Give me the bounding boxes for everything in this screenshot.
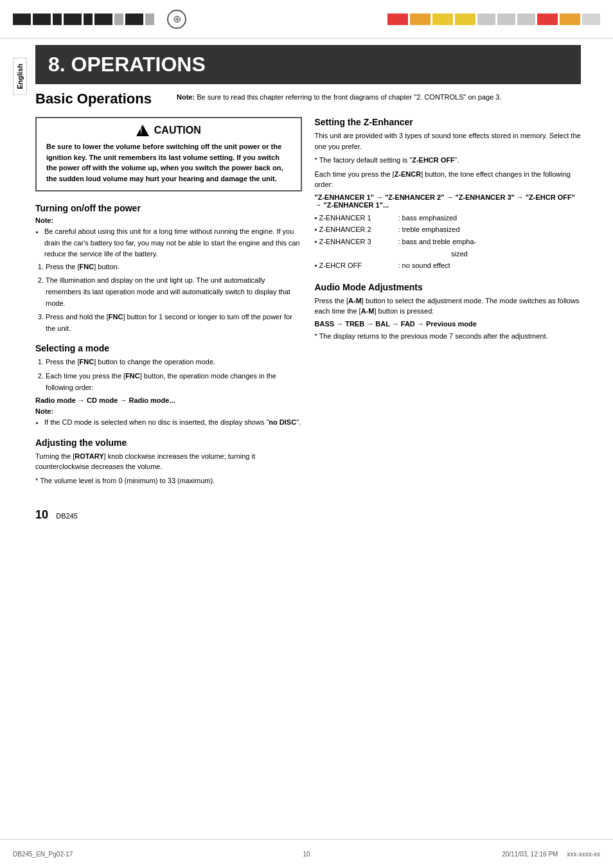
right-column: Setting the Z-Enhancer This unit are pro… [315,117,582,489]
bar-block-6 [94,13,112,25]
turning-power-title: Turning on/off the power [35,203,302,213]
audio-mode-flow: BASS → TREB → BAL → FAD → Previous mode [315,320,582,328]
enhancer-label-3: • Z-ENHANCER 3 [315,236,392,260]
selecting-mode-steps: Press the [FNC] button to change the ope… [35,357,302,393]
audio-mode-title: Audio Mode Adjustments [315,282,582,292]
selecting-mode-note-bullet-1: If the CD mode is selected when no disc … [44,417,302,429]
color-block-gray3 [517,13,535,25]
bar-block-1 [13,13,31,25]
caution-box: CAUTION Be sure to lower the volume befo… [35,117,302,191]
selecting-mode-note-bullets: If the CD mode is selected when no disc … [35,417,302,429]
compass-icon: ⊕ [167,10,186,29]
enhancer-desc-4: : no sound effect [398,260,450,272]
caution-title: CAUTION [46,125,291,136]
page-title: 8. OPERATIONS [48,53,568,76]
left-column: CAUTION Be sure to lower the volume befo… [35,117,302,489]
note-label: Note: [177,93,195,101]
enhancer-row-4: • Z-EHCR OFF : no sound effect [315,260,582,272]
z-enhancer-title: Setting the Z-Enhancer [315,117,582,127]
turning-power-note-label: Note: [35,217,302,224]
top-bar-left-blocks [13,13,154,25]
bar-block-4 [64,13,82,25]
adjusting-volume-title: Adjusting the volume [35,438,302,448]
enhancer-desc-1: : bass emphasized [398,212,458,224]
turning-power-step-1: Press the [FNC] button. [46,261,302,273]
enhancer-desc-3: : bass and treble empha- sized [398,236,477,260]
color-block-orange [410,13,431,25]
caution-triangle-icon [136,125,149,136]
color-block-yellow1 [432,13,453,25]
enhancer-row-2: • Z-ENHANCER 2 : treble emphasized [315,224,582,236]
turning-power-bullets: Be careful about using this unit for a l… [35,226,302,260]
audio-mode-star: The display returns to the previous mode… [315,331,582,342]
bottom-bar: DB245_EN_Pg02-17 10 20/11/03, 12:16 PM x… [0,839,613,868]
color-block-yellow2 [455,13,475,25]
enhancer-row-3: • Z-ENHANCER 3 : bass and treble empha- … [315,236,582,260]
caution-body: Be sure to lower the volume before switc… [46,143,283,182]
bar-block-3 [53,13,62,25]
bottom-far-right: xxx-xxxx-xx [567,851,600,858]
adjusting-volume-text: Turning the [ROTARY] knob clockwise incr… [35,451,302,472]
selecting-mode-step-1: Press the [FNC] button to change the ope… [46,357,302,368]
z-enhancer-list: • Z-ENHANCER 1 : bass emphasized • Z-ENH… [315,212,582,272]
turning-power-steps: Press the [FNC] button. The illumination… [35,261,302,335]
adjusting-volume-star: The volume level is from 0 (minimum) to … [35,475,302,486]
selecting-mode-title: Selecting a mode [35,343,302,353]
color-block-orange2 [560,13,580,25]
bar-block-5 [84,13,93,25]
z-enhancer-flow: "Z-ENHANCER 1" → "Z-ENHANCER 2" → "Z-ENH… [315,193,582,209]
bottom-center-text: 10 [209,851,405,858]
section-title: Basic Operations [35,91,164,107]
turning-power-step-2: The illumination and display on the unit… [46,275,302,309]
selecting-mode-flow: Radio mode → CD mode → Radio mode... [35,396,302,404]
bar-block-8 [125,13,143,25]
enhancer-label-2: • Z-ENHANCER 2 [315,224,392,236]
z-enhancer-text1: Each time you press the [Z-ENCR] button,… [315,169,582,190]
page-number-section: 10 DB245 [35,508,581,522]
color-block-red1 [387,13,408,25]
color-block-red2 [537,13,558,25]
section-note: Note: Be sure to read this chapter refer… [177,91,502,101]
color-block-gray2 [497,13,515,25]
main-content: 8. OPERATIONS Basic Operations Note: Be … [0,39,613,541]
page-number: 10 [35,508,48,521]
top-bar: ⊕ [0,0,613,39]
bottom-datetime: 20/11/03, 12:16 PM [502,851,558,858]
z-enhancer-star1: The factory default setting is "Z-EHCR O… [315,155,582,166]
z-enhancer-intro: This unit are provided with 3 types of s… [315,130,582,152]
bottom-left-text: DB245_EN_Pg02-17 [13,851,209,858]
turning-power-step-3: Press and hold the [FNC] button for 1 se… [46,312,302,334]
color-block-gray1 [477,13,495,25]
sidebar-label: English [13,58,27,95]
page-header: 8. OPERATIONS [35,45,581,84]
enhancer-label-1: • Z-ENHANCER 1 [315,212,392,224]
bar-block-2 [33,13,51,25]
audio-mode-text: Press the [A-M] button to select the adj… [315,296,582,317]
caution-label: CAUTION [154,125,201,136]
caution-text: Be sure to lower the volume before switc… [46,141,291,184]
bottom-right-text: 20/11/03, 12:16 PM xxx-xxxx-xx [404,851,600,858]
bar-block-9 [145,13,154,25]
selecting-mode-note-label: Note: [35,407,302,415]
model-number: DB245 [56,512,78,520]
section-header: Basic Operations Note: Be sure to read t… [35,91,581,107]
turning-power-bullet-1: Be careful about using this unit for a l… [44,226,302,260]
note-text: Be sure to read this chapter referring t… [197,93,501,101]
two-column-layout: CAUTION Be sure to lower the volume befo… [35,117,581,489]
enhancer-row-1: • Z-ENHANCER 1 : bass emphasized [315,212,582,224]
enhancer-label-4: • Z-EHCR OFF [315,260,392,272]
enhancer-desc-2: : treble emphasized [398,224,460,236]
selecting-mode-step-2: Each time you press the [FNC] button, th… [46,371,302,393]
top-bar-right-blocks [387,13,600,25]
color-block-gray4 [582,13,600,25]
bar-block-7 [114,13,123,25]
